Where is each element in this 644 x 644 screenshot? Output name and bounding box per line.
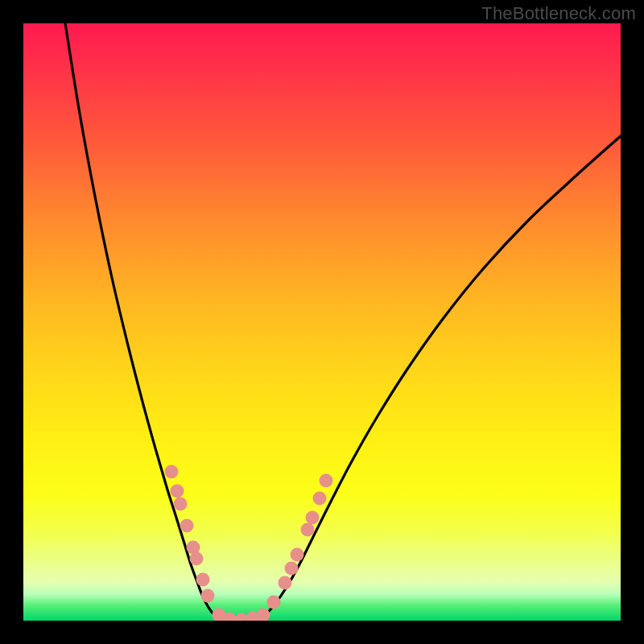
data-dot xyxy=(306,511,320,525)
data-dot xyxy=(291,548,304,562)
data-dot xyxy=(174,497,188,511)
data-dot xyxy=(267,596,281,609)
data-dot xyxy=(180,519,194,533)
data-dot xyxy=(171,485,184,498)
data-dot xyxy=(320,474,333,488)
data-dot xyxy=(279,576,292,590)
data-dot xyxy=(313,492,327,506)
data-dot xyxy=(257,609,270,621)
data-dot xyxy=(301,523,315,537)
curve-path xyxy=(65,23,621,621)
plot-area xyxy=(23,23,621,621)
data-dot xyxy=(201,589,215,603)
chart-frame: TheBottleneck.com xyxy=(0,0,644,644)
data-dot xyxy=(285,562,299,576)
dots-group xyxy=(165,465,333,621)
bottleneck-curve xyxy=(23,23,621,621)
watermark-text: TheBottleneck.com xyxy=(481,3,636,24)
data-dot xyxy=(190,552,204,566)
data-dot xyxy=(165,465,179,479)
data-dot xyxy=(196,573,210,587)
